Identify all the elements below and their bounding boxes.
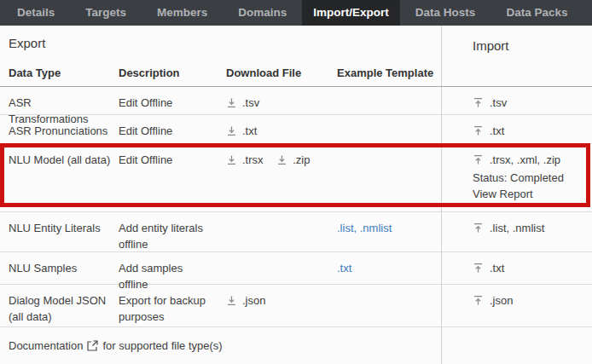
- data-type-label: Dialog Model JSON (all data): [0, 285, 119, 326]
- upload-link[interactable]: .txt: [473, 123, 504, 139]
- tab-import-export[interactable]: Import/Export: [302, 0, 400, 26]
- example-template-cell: [337, 285, 441, 326]
- import-cell: .trsx, .xml, .zip Status: Completed View…: [441, 144, 592, 211]
- tab-domains[interactable]: Domains: [223, 0, 302, 26]
- table-row: ASR Transformations Edit Offline .tsv .t…: [0, 87, 592, 115]
- import-file-label: .txt: [490, 123, 504, 139]
- tab-data-packs[interactable]: Data Packs: [490, 0, 583, 26]
- import-section-title: Import: [441, 26, 592, 86]
- import-export-page: Details Targets Members Domains Import/E…: [0, 0, 592, 364]
- tab-targets[interactable]: Targets: [70, 0, 142, 26]
- tab-details[interactable]: Details: [2, 0, 70, 26]
- description-label: Export for backup purposes: [119, 285, 226, 326]
- import-cell-empty: [441, 327, 592, 364]
- import-file-label: .json: [490, 292, 513, 309]
- import-cell: .json: [441, 285, 592, 326]
- column-header-example-template: Example Template: [337, 61, 441, 86]
- upload-link[interactable]: .txt: [473, 260, 504, 276]
- example-template-link[interactable]: .txt: [337, 262, 351, 274]
- upload-link[interactable]: .list, .nmlist: [473, 220, 544, 236]
- description-label: Add entity literals offline: [119, 212, 226, 252]
- table-row: NLU Samples Add samples offline .txt .tx…: [0, 252, 592, 285]
- upload-icon: [473, 154, 484, 165]
- documentation-link[interactable]: Documentation: [9, 339, 83, 352]
- upload-icon: [473, 295, 484, 306]
- view-report-link[interactable]: View Report: [473, 186, 587, 202]
- example-template-link[interactable]: .list, .nmlist: [337, 222, 392, 234]
- upload-icon: [473, 125, 484, 136]
- upload-link[interactable]: .trsx, .xml, .zip: [473, 152, 560, 168]
- table-row: Dialog Model JSON (all data) Export for …: [0, 285, 592, 327]
- documentation-text: Documentationfor supported file type(s): [0, 327, 441, 364]
- download-icon: [226, 154, 237, 165]
- data-type-label: NLU Entity Literals: [0, 212, 119, 252]
- tab-bar: Details Targets Members Domains Import/E…: [0, 0, 592, 26]
- download-file-cell: [226, 212, 337, 252]
- download-file-label: .txt: [242, 123, 257, 139]
- table-header: Export Data Type Description Download Fi…: [0, 26, 592, 87]
- download-icon: [276, 154, 287, 165]
- import-cell: .list, .nmlist: [441, 212, 592, 252]
- external-link-icon[interactable]: [86, 339, 99, 352]
- description-label: Edit Offline: [119, 144, 226, 211]
- upload-icon: [473, 263, 484, 274]
- table-row: ASR Pronunciations Edit Offline .txt .tx…: [0, 115, 592, 144]
- export-section-title: Export: [0, 26, 441, 61]
- upload-link[interactable]: .json: [473, 292, 513, 309]
- table-row-nlu-model: NLU Model (all data) Edit Offline .trsx …: [0, 144, 592, 212]
- import-file-label: .txt: [490, 260, 504, 276]
- download-file-cell: .trsx .zip: [226, 144, 337, 211]
- import-file-label: .trsx, .xml, .zip: [490, 152, 560, 168]
- data-type-label: NLU Model (all data): [0, 144, 119, 211]
- import-file-label: .list, .nmlist: [490, 220, 544, 236]
- documentation-row: Documentationfor supported file type(s): [0, 327, 592, 364]
- upload-icon: [473, 222, 484, 234]
- download-file-label: .json: [242, 292, 265, 309]
- description-label: Edit Offline: [119, 115, 226, 143]
- column-header-download-file: Download File: [226, 61, 337, 86]
- download-file-cell: .txt: [226, 115, 337, 143]
- download-icon: [226, 125, 237, 136]
- download-icon: [226, 97, 237, 108]
- example-template-cell: .list, .nmlist: [337, 212, 441, 252]
- example-template-cell: [337, 115, 441, 143]
- download-link[interactable]: .txt: [226, 123, 257, 139]
- column-header-description: Description: [119, 61, 226, 86]
- download-link[interactable]: .tsv: [226, 95, 259, 111]
- download-file-label: .tsv: [242, 95, 259, 111]
- download-link[interactable]: .zip: [276, 152, 310, 168]
- data-type-label: ASR Pronunciations: [0, 115, 119, 143]
- download-icon: [226, 295, 237, 306]
- documentation-suffix: for supported file type(s): [102, 339, 222, 352]
- import-cell: .txt: [441, 115, 592, 143]
- download-link[interactable]: .trsx: [226, 152, 264, 168]
- example-template-cell: [337, 144, 441, 211]
- column-header-data-type: Data Type: [0, 61, 119, 86]
- download-file-label: .trsx: [242, 152, 264, 168]
- import-file-label: .tsv: [490, 95, 507, 111]
- download-link[interactable]: .json: [226, 292, 265, 309]
- upload-icon: [473, 97, 484, 108]
- import-status-label: Status: Completed: [473, 170, 587, 186]
- tab-members[interactable]: Members: [142, 0, 223, 26]
- upload-link[interactable]: .tsv: [473, 95, 507, 111]
- table-row: NLU Entity Literals Add entity literals …: [0, 212, 592, 252]
- tab-data-hosts[interactable]: Data Hosts: [400, 0, 491, 26]
- download-file-cell: .json: [226, 285, 337, 326]
- download-file-label: .zip: [293, 152, 310, 168]
